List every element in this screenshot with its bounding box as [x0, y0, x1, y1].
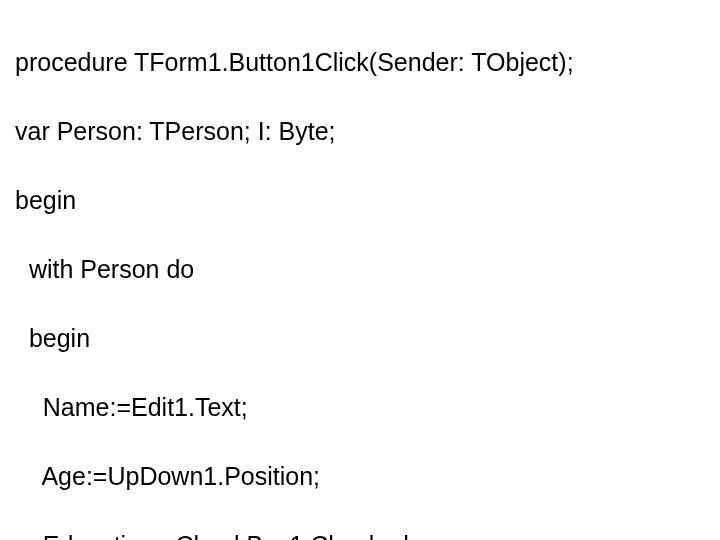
- code-line: Name:=Edit1.Text;: [15, 390, 705, 425]
- code-line: procedure TForm1.Button1Click(Sender: TO…: [15, 45, 705, 80]
- code-block: procedure TForm1.Button1Click(Sender: TO…: [15, 10, 705, 540]
- code-line: var Person: TPerson; I: Byte;: [15, 114, 705, 149]
- code-line: begin: [15, 321, 705, 356]
- code-line: Age:=UpDown1.Position;: [15, 459, 705, 494]
- code-line: Education:=CheckBox1.Checked;: [15, 528, 705, 541]
- code-line: begin: [15, 183, 705, 218]
- code-line: with Person do: [15, 252, 705, 287]
